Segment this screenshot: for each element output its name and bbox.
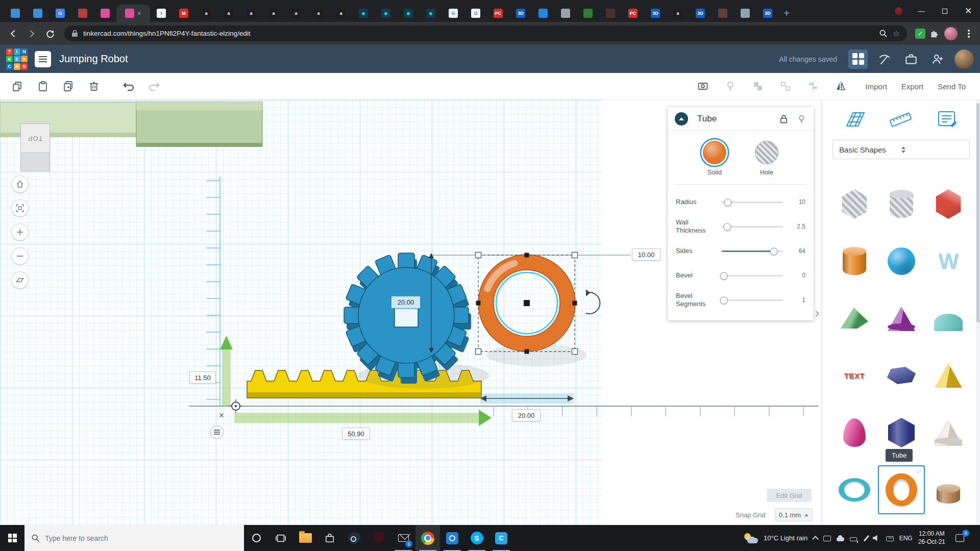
- browser-tab[interactable]: ×: [599, 5, 622, 22]
- browser-tab[interactable]: G ×: [464, 5, 487, 22]
- browser-tab[interactable]: G ×: [49, 5, 71, 22]
- bookmark-star-icon[interactable]: ☆: [893, 29, 900, 38]
- weather-text[interactable]: 10°C Light rain: [764, 534, 807, 542]
- browser-tab[interactable]: 3D ×: [509, 5, 532, 22]
- slider-knob[interactable]: [770, 247, 778, 255]
- zoom-icon[interactable]: [879, 29, 888, 38]
- shape-tile[interactable]: ☆ W: [925, 237, 972, 286]
- browser-tab[interactable]: 3D ×: [756, 5, 779, 22]
- perspective-button[interactable]: [11, 271, 29, 289]
- ungroup-button[interactable]: [775, 76, 796, 96]
- ruler-close-icon[interactable]: ✕: [218, 411, 225, 419]
- close-button[interactable]: ✕: [957, 0, 980, 22]
- forward-button[interactable]: [23, 26, 40, 42]
- onedrive-tray-icon[interactable]: [837, 537, 844, 541]
- browser-menu-icon[interactable]: [968, 33, 970, 35]
- hide-button[interactable]: [720, 76, 741, 96]
- height-dimension-label[interactable]: 10.00: [632, 248, 660, 261]
- browser-tab[interactable]: a ×: [195, 5, 217, 22]
- chrome-button[interactable]: [415, 525, 440, 551]
- canvas-grid[interactable]: [0, 100, 601, 525]
- browser-tab[interactable]: a ×: [240, 5, 262, 22]
- browser-tab[interactable]: a ×: [307, 5, 330, 22]
- search-input[interactable]: [45, 534, 237, 542]
- shape-tile[interactable]: ☆: [878, 294, 925, 343]
- action-center-button[interactable]: 8: [951, 534, 968, 542]
- ruler-vertical-label[interactable]: 11.50: [189, 371, 216, 384]
- show-all-button[interactable]: [693, 76, 713, 96]
- delete-button[interactable]: [84, 76, 104, 96]
- browser-tab[interactable]: ◆ ×: [352, 5, 375, 22]
- browser-tab[interactable]: a ×: [262, 5, 285, 22]
- property-slider[interactable]: [722, 271, 783, 280]
- blue-app-button[interactable]: C: [489, 525, 513, 551]
- ruler-menu-button[interactable]: [210, 425, 224, 439]
- browser-tab[interactable]: PC ×: [622, 5, 644, 22]
- shape-tile[interactable]: ☆: [878, 465, 925, 514]
- inspector-collapse-button[interactable]: [675, 112, 688, 126]
- view-cube-top-face[interactable]: TOP: [20, 123, 50, 153]
- property-value[interactable]: 0: [788, 272, 805, 279]
- user-avatar[interactable]: [954, 49, 974, 69]
- lock-icon[interactable]: [779, 114, 789, 124]
- copy-button[interactable]: [7, 76, 28, 96]
- shape-tile[interactable]: ☆: [925, 294, 972, 343]
- taskbar-clock[interactable]: 12:00 AM 26-Oct-21: [918, 530, 945, 546]
- view-cube-front-face[interactable]: [20, 153, 50, 171]
- browser-tab[interactable]: ×: [532, 5, 554, 22]
- zoom-out-button[interactable]: [11, 247, 29, 265]
- shape-category-select[interactable]: Basic Shapes: [832, 140, 970, 159]
- material-option[interactable]: Solid: [703, 141, 726, 176]
- slider-knob[interactable]: [723, 223, 731, 231]
- align-button[interactable]: [803, 76, 823, 96]
- classes-button[interactable]: [901, 49, 921, 69]
- browser-tab[interactable]: ◆ ×: [397, 5, 420, 22]
- browser-tab[interactable]: ◆ ×: [375, 5, 397, 22]
- pen-tray-icon[interactable]: [864, 535, 869, 541]
- gear-size-input[interactable]: 20.00: [391, 296, 421, 309]
- browser-tab[interactable]: M ×: [173, 5, 195, 22]
- shape-tile[interactable]: ☆: [925, 351, 972, 400]
- browser-tab[interactable]: a ×: [217, 5, 240, 22]
- browser-tab[interactable]: 3D ×: [689, 5, 712, 22]
- material-option[interactable]: Hole: [755, 141, 778, 176]
- snap-grid-select[interactable]: 0.1 mm: [775, 508, 813, 521]
- msi-center-button[interactable]: [366, 525, 391, 551]
- property-value[interactable]: 2.5: [788, 223, 805, 230]
- browser-tab[interactable]: ×: [712, 5, 734, 22]
- shape-tile[interactable]: ☆: [831, 465, 878, 514]
- fit-view-button[interactable]: [11, 199, 29, 217]
- send-to-button[interactable]: Send To: [930, 78, 973, 95]
- store-button[interactable]: [317, 525, 342, 551]
- taskbar-search[interactable]: [24, 525, 244, 551]
- tube-width-label[interactable]: 20.00: [512, 409, 541, 421]
- export-button[interactable]: Export: [894, 78, 930, 95]
- camera-button[interactable]: [440, 525, 464, 551]
- extensions-puzzle-icon[interactable]: [929, 29, 939, 38]
- steam-button[interactable]: [342, 525, 366, 551]
- browser-tab[interactable]: ×: [4, 5, 27, 22]
- duplicate-button[interactable]: [58, 76, 79, 96]
- maximize-button[interactable]: [933, 0, 957, 22]
- battery-tray-icon[interactable]: [850, 537, 857, 541]
- browser-tab[interactable]: 3D ×: [644, 5, 667, 22]
- tray-expand-icon[interactable]: [812, 536, 819, 542]
- browser-tab[interactable]: G ×: [442, 5, 464, 22]
- back-button[interactable]: [5, 26, 21, 42]
- file-explorer-button[interactable]: [293, 525, 317, 551]
- slider-knob[interactable]: [724, 198, 732, 206]
- browser-tab[interactable]: ×: [27, 5, 49, 22]
- browser-tab[interactable]: ×: [734, 5, 756, 22]
- browser-tab[interactable]: a ×: [667, 5, 689, 22]
- tab-close-icon[interactable]: ×: [137, 9, 141, 17]
- update-indicator-icon[interactable]: [895, 7, 902, 15]
- property-slider[interactable]: [722, 198, 783, 206]
- property-value[interactable]: 10: [788, 198, 805, 206]
- shape-tile[interactable]: ☆: [925, 408, 972, 457]
- shape-tile[interactable]: ☆: [925, 465, 972, 514]
- import-button[interactable]: Import: [858, 78, 894, 95]
- view-cube[interactable]: TOP: [20, 123, 50, 171]
- browser-tab[interactable]: ×: [116, 5, 150, 22]
- shape-tile[interactable]: ☆: [831, 237, 878, 286]
- language-indicator[interactable]: ENG: [899, 535, 913, 542]
